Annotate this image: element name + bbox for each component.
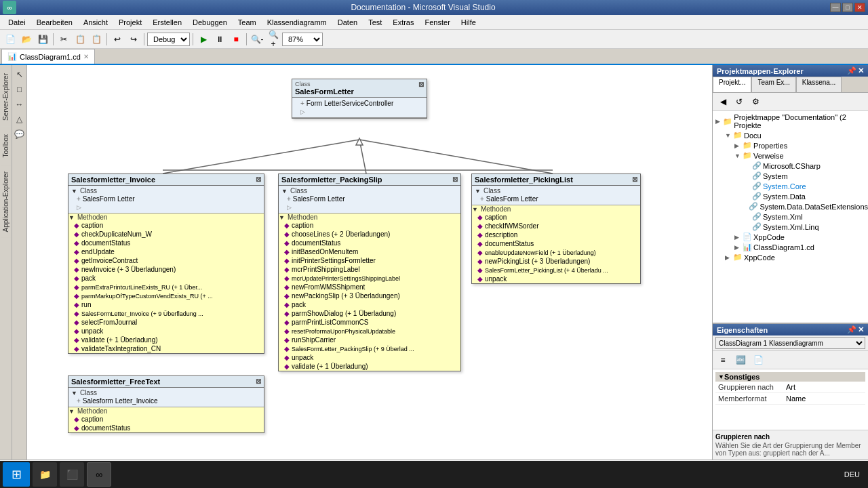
properties-pin-icon[interactable]: 📌 bbox=[847, 325, 856, 334]
menu-item-bearbeiten[interactable]: Bearbeiten bbox=[31, 17, 78, 28]
minimize-button[interactable]: — bbox=[830, 3, 841, 12]
tree-item[interactable]: 🔗System.Data.DataSetExtensions bbox=[713, 201, 868, 211]
properties-help-title: Gruppieren nach bbox=[715, 433, 865, 441]
save-button[interactable]: 💾 bbox=[35, 32, 50, 47]
menu-item-ansicht[interactable]: Ansicht bbox=[78, 17, 113, 28]
right-tab-team[interactable]: Team Ex... bbox=[751, 77, 795, 92]
tree-item[interactable]: ▶📁Properties bbox=[713, 140, 868, 150]
menu-item-daten[interactable]: Daten bbox=[332, 17, 363, 28]
copy-button[interactable]: 📋 bbox=[73, 32, 87, 47]
taskbar-vs[interactable]: ∞ bbox=[87, 462, 111, 487]
props-sort-button[interactable]: 🔤 bbox=[733, 352, 748, 367]
new-button[interactable]: 📄 bbox=[3, 32, 18, 47]
close-button[interactable]: ✕ bbox=[854, 3, 865, 12]
paste-button[interactable]: 📋 bbox=[89, 32, 104, 47]
tree-item[interactable]: 🔗Microsoft.CSharp bbox=[713, 161, 868, 171]
menu-item-extras[interactable]: Extras bbox=[387, 17, 419, 28]
taskbar-cmd[interactable]: ⬛ bbox=[60, 462, 84, 487]
class-icon[interactable]: □ bbox=[13, 83, 26, 96]
prop-val-member[interactable]: Name bbox=[786, 394, 863, 403]
uml-close-pickinglist[interactable]: ⊠ bbox=[632, 176, 637, 183]
explorer-pin-icon[interactable]: 📌 bbox=[847, 66, 856, 75]
uml-packingslip[interactable]: Salesformletter_PackingSlip ⊠ ▼Class +Sa… bbox=[278, 174, 461, 371]
uml-methods-header-pickinglist[interactable]: ▼Methoden bbox=[472, 205, 640, 213]
uml-class-header[interactable]: ▼Class bbox=[71, 187, 261, 195]
menu-item-projekt[interactable]: Projekt bbox=[113, 17, 147, 28]
right-tab-klassen[interactable]: Klassena... bbox=[796, 77, 842, 92]
uml-close-invoice[interactable]: ⊠ bbox=[256, 176, 261, 183]
debug-config-dropdown[interactable]: Debug bbox=[147, 33, 190, 46]
menu-item-fenster[interactable]: Fenster bbox=[420, 17, 456, 28]
explorer-tree[interactable]: ▶📁Projektmappe "Documentation" (2 Projek… bbox=[713, 111, 868, 323]
canvas-scroll[interactable]: Class SalesFormLetter ⊠ + Form LetterSer… bbox=[27, 65, 712, 460]
explorer-refresh-button[interactable]: ↺ bbox=[732, 94, 747, 109]
menu-item-datei[interactable]: Datei bbox=[3, 17, 31, 28]
explorer-back-button[interactable]: ◀ bbox=[715, 94, 730, 109]
menu-item-debuggen[interactable]: Debuggen bbox=[187, 17, 233, 28]
tree-item[interactable]: 🔗System bbox=[713, 171, 868, 181]
tree-item[interactable]: ▼📁Docu bbox=[713, 130, 868, 140]
prop-section-sonstiges[interactable]: ▼ Sonstiges bbox=[715, 372, 865, 382]
tree-item[interactable]: 🔗System.Data bbox=[713, 191, 868, 201]
uml-pickinglist[interactable]: Salesformletter_PickingList ⊠ ▼Class +Sa… bbox=[471, 174, 641, 284]
zoom-in-button[interactable]: 🔍+ bbox=[266, 32, 281, 47]
uml-close-salesformletter[interactable]: ⊠ bbox=[418, 81, 424, 88]
connect-icon[interactable]: ↔ bbox=[13, 98, 26, 111]
uml-methods-header-freetext[interactable]: ▼Methoden bbox=[68, 407, 264, 415]
tree-label: System.Xml.Linq bbox=[763, 223, 819, 231]
tree-item[interactable]: ▶📁Projektmappe "Documentation" (2 Projek… bbox=[713, 113, 868, 130]
props-cat-button[interactable]: ≡ bbox=[715, 352, 730, 367]
tab-close-button[interactable]: ✕ bbox=[83, 53, 89, 60]
uml-class-header-packingslip[interactable]: ▼Class bbox=[281, 187, 458, 195]
zoom-dropdown[interactable]: 87% 100% 75% bbox=[282, 33, 323, 46]
uml-close-packingslip[interactable]: ⊠ bbox=[452, 176, 458, 183]
uml-class-header-freetext[interactable]: ▼Class bbox=[71, 389, 261, 396]
menu-item-erstellen[interactable]: Erstellen bbox=[147, 17, 187, 28]
menu-item-test[interactable]: Test bbox=[363, 17, 387, 28]
zoom-out-button[interactable]: 🔍- bbox=[250, 32, 264, 47]
tree-item[interactable]: ▼📁Verweise bbox=[713, 150, 868, 161]
tree-item[interactable]: ▶📄XppCode bbox=[713, 232, 868, 242]
undo-button[interactable]: ↩ bbox=[110, 32, 125, 47]
start-button[interactable]: ⊞ bbox=[3, 462, 30, 487]
pointer-icon[interactable]: ↖ bbox=[13, 68, 26, 81]
redo-button[interactable]: ↪ bbox=[126, 32, 141, 47]
canvas-area[interactable]: Class SalesFormLetter ⊠ + Form LetterSer… bbox=[27, 65, 712, 460]
tree-item[interactable]: 🔗System.Core bbox=[713, 181, 868, 191]
uml-close-freetext[interactable]: ⊠ bbox=[256, 378, 261, 385]
comment-icon[interactable]: 💬 bbox=[13, 127, 26, 141]
menu-item-hilfe[interactable]: Hilfe bbox=[456, 17, 481, 28]
inherit-icon[interactable]: △ bbox=[13, 113, 26, 126]
explorer-properties-button[interactable]: ⚙ bbox=[748, 94, 763, 109]
tree-item[interactable]: 🔗System.Xml bbox=[713, 211, 868, 222]
properties-dropdown[interactable]: ClassDiagram 1 Klassendiagramm bbox=[715, 337, 865, 349]
prop-val-gruppieren[interactable]: Art bbox=[786, 383, 863, 391]
uml-methods-header-invoice[interactable]: ▼Methoden bbox=[68, 214, 264, 221]
start-button[interactable]: ▶ bbox=[196, 32, 211, 47]
menu-item-team[interactable]: Team bbox=[233, 17, 262, 28]
cut-button[interactable]: ✂ bbox=[56, 32, 71, 47]
tree-item[interactable]: 🔗System.Xml.Linq bbox=[713, 222, 868, 232]
uml-invoice[interactable]: Salesformletter_Invoice ⊠ ▼Class +SalesF… bbox=[68, 174, 264, 354]
server-explorer-tab[interactable]: Server-Explorer bbox=[1, 68, 11, 126]
taskbar-file-explorer[interactable]: 📁 bbox=[33, 462, 57, 487]
uml-method: ◆caption bbox=[472, 213, 640, 222]
tree-item[interactable]: ▶📁XppCode bbox=[713, 252, 868, 262]
props-page-button[interactable]: 📄 bbox=[751, 352, 766, 367]
open-button[interactable]: 📂 bbox=[19, 32, 34, 47]
uml-freetext[interactable]: Salesformletter_FreeText ⊠ ▼Class +Sales… bbox=[68, 375, 264, 433]
uml-methods-header-packingslip[interactable]: ▼Methoden bbox=[279, 214, 460, 221]
stop-button[interactable]: ■ bbox=[229, 32, 243, 47]
toolbox-tab[interactable]: Toolbox bbox=[1, 129, 11, 163]
uml-salesformletter[interactable]: Class SalesFormLetter ⊠ + Form LetterSer… bbox=[292, 79, 427, 119]
explorer-close-icon[interactable]: ✕ bbox=[858, 66, 864, 75]
properties-close-icon[interactable]: ✕ bbox=[858, 325, 864, 334]
pause-button[interactable]: ⏸ bbox=[212, 32, 227, 47]
restore-button[interactable]: □ bbox=[842, 3, 853, 12]
tab-classdiagram[interactable]: 📊 ClassDiagram1.cd ✕ bbox=[1, 49, 95, 64]
app-explorer-tab[interactable]: Application-Explorer bbox=[1, 166, 11, 238]
tree-item[interactable]: ▶📊ClassDiagram1.cd bbox=[713, 242, 868, 252]
menu-item-klassendiagramm[interactable]: Klassendiagramm bbox=[262, 17, 332, 28]
uml-class-header-pickinglist[interactable]: ▼Class bbox=[475, 187, 637, 195]
right-tab-projekt[interactable]: Projekt... bbox=[713, 77, 751, 92]
